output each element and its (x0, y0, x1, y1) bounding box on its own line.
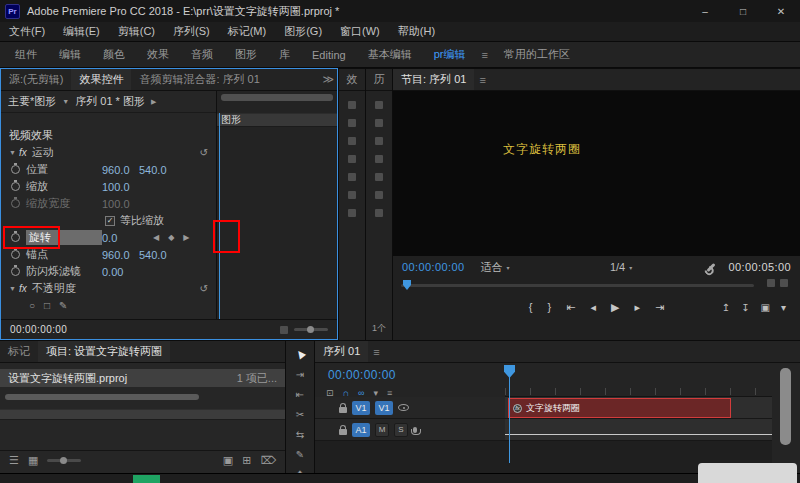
zoom-slider[interactable] (294, 328, 328, 331)
go-to-out-button[interactable]: ⇥ (655, 301, 664, 314)
collapse-icon[interactable]: ▼ (9, 285, 16, 292)
track-select-tool[interactable]: ⇥ (296, 369, 304, 380)
tab-audio-clip-mixer[interactable]: 音频剪辑混合器: 序列 01 (131, 69, 267, 90)
eye-icon[interactable] (398, 404, 409, 411)
strip-icon[interactable] (375, 173, 383, 181)
lock-icon[interactable] (339, 407, 347, 413)
delete-button[interactable]: ⌦ (260, 454, 276, 467)
mark-in-button[interactable]: { (529, 301, 533, 313)
anchor-stopwatch-icon[interactable] (11, 250, 20, 259)
workspace-color[interactable]: 颜色 (92, 47, 136, 62)
position-stopwatch-icon[interactable] (11, 165, 20, 174)
scale-value[interactable]: 100.0 (102, 181, 139, 193)
project-filter-strip[interactable] (0, 409, 285, 420)
menu-window[interactable]: 窗口(W) (331, 24, 389, 39)
chevron-down-icon[interactable]: ▼ (62, 98, 69, 105)
tab-sequence[interactable]: 序列 01 (315, 341, 368, 362)
motion-label[interactable]: 运动 (32, 145, 54, 160)
antiflicker-value[interactable]: 0.00 (102, 266, 139, 278)
rotation-value[interactable]: 0.0 (102, 232, 139, 244)
workspace-libraries[interactable]: 库 (268, 47, 301, 62)
strip-icon[interactable] (375, 155, 383, 163)
v1-target-badge[interactable]: V1 (375, 401, 393, 415)
position-x-value[interactable]: 960.0 (102, 164, 139, 176)
horizontal-scrollbar[interactable] (5, 394, 199, 400)
scrubber-button[interactable] (767, 279, 775, 287)
project-item-name[interactable]: 设置文字旋转两圈.prproj (8, 371, 127, 386)
add-keyframe-icon[interactable]: ◆ (168, 233, 174, 242)
new-item-button[interactable]: ⊞ (242, 454, 251, 467)
workspace-audio[interactable]: 音频 (180, 47, 224, 62)
timeline-timecode[interactable]: 00:00:00:00 (328, 368, 396, 382)
strip-icon[interactable] (375, 101, 383, 109)
list-view-button[interactable]: ☰ (9, 454, 19, 467)
history-strip-header[interactable]: 历 (366, 69, 392, 91)
solo-button[interactable]: S (394, 423, 408, 437)
effects-strip-header[interactable]: 效 (339, 69, 365, 91)
panel-menu-icon[interactable]: ≡ (474, 69, 490, 90)
thumbnail-zoom-slider[interactable] (47, 459, 81, 462)
menu-help[interactable]: 帮助(H) (389, 24, 444, 39)
export-frame-button[interactable]: ▣ (761, 302, 770, 313)
razor-tool[interactable]: ✂ (296, 409, 304, 420)
tab-project[interactable]: 项目: 设置文字旋转两圈 (38, 341, 170, 362)
strip-icon[interactable] (348, 155, 356, 163)
play-button[interactable]: ▶ (611, 301, 619, 314)
lock-icon[interactable] (339, 429, 347, 435)
menu-edit[interactable]: 编辑(E) (54, 24, 109, 39)
workspace-menu-icon[interactable]: ≡ (476, 49, 492, 61)
reset-icon[interactable]: ↺ (200, 283, 208, 294)
rect-mask-icon[interactable]: □ (44, 300, 50, 311)
scrubber-button[interactable] (780, 279, 788, 287)
zoom-fit-dropdown[interactable]: 适合 ▾ (481, 260, 510, 275)
effect-controls-timecode[interactable]: 00:00:00:00 (10, 324, 67, 335)
maximize-button[interactable]: □ (724, 0, 762, 22)
mic-icon[interactable] (413, 427, 417, 433)
scrubber-playhead-marker[interactable] (403, 280, 411, 290)
timeline-vertical-scrollbar[interactable] (780, 368, 791, 445)
anchor-y-value[interactable]: 540.0 (139, 249, 176, 261)
ellipse-mask-icon[interactable]: ○ (29, 300, 35, 311)
reset-icon[interactable]: ↺ (200, 147, 208, 158)
step-forward-button[interactable]: ▸ (634, 301, 640, 314)
anchor-x-value[interactable]: 960.0 (102, 249, 139, 261)
previous-keyframe-icon[interactable]: ◀ (153, 233, 159, 242)
tab-program-monitor[interactable]: 节目: 序列 01 (393, 69, 474, 90)
strip-icon[interactable] (348, 173, 356, 181)
selection-tool[interactable]: ▶ (296, 349, 304, 360)
program-monitor-view[interactable]: 文字旋转两圈 (393, 91, 800, 256)
tab-source-monitor[interactable]: 源:(无剪辑) (1, 69, 71, 90)
program-scrubber[interactable] (401, 280, 754, 290)
strip-icon[interactable] (375, 119, 383, 127)
workspace-editing-en[interactable]: Editing (301, 49, 357, 61)
workspace-assembly[interactable]: 组件 (4, 47, 48, 62)
extract-button[interactable]: ↧ (741, 302, 749, 313)
antiflicker-stopwatch-icon[interactable] (11, 267, 20, 276)
button-editor-chevron-icon[interactable]: ▾ (781, 302, 786, 313)
workspace-basic-edit[interactable]: 基本编辑 (357, 47, 423, 62)
mini-timeline-scrollbar[interactable] (221, 94, 333, 101)
a1-target-badge[interactable]: A1 (352, 423, 370, 437)
position-y-value[interactable]: 540.0 (139, 164, 176, 176)
workspace-graphics[interactable]: 图形 (224, 47, 268, 62)
mini-timeline-playhead[interactable] (219, 113, 220, 319)
project-item-row[interactable]: 设置文字旋转两圈.prproj 1 项已... (0, 369, 285, 387)
strip-icon[interactable] (375, 191, 383, 199)
strip-icon[interactable] (375, 209, 383, 217)
time-ruler[interactable] (505, 363, 772, 397)
tab-overflow-icon[interactable]: ≫ (322, 69, 334, 90)
tab-effect-controls[interactable]: 效果控件 (71, 69, 131, 90)
taskbar-app-icon[interactable] (133, 475, 160, 483)
workspace-pr-edit-active[interactable]: pr编辑 (423, 47, 477, 62)
tab-markers[interactable]: 标记 (0, 341, 38, 362)
workspace-effects[interactable]: 效果 (136, 47, 180, 62)
mark-out-button[interactable]: } (548, 301, 552, 313)
strip-icon[interactable] (375, 137, 383, 145)
close-button[interactable]: ✕ (762, 0, 800, 22)
new-bin-button[interactable]: ▣ (223, 454, 233, 467)
strip-icon[interactable] (348, 119, 356, 127)
workspace-common[interactable]: 常用的工作区 (493, 47, 581, 62)
master-clip-label[interactable]: 主要*图形 (8, 94, 56, 109)
strip-icon[interactable] (348, 101, 356, 109)
strip-icon[interactable] (348, 137, 356, 145)
